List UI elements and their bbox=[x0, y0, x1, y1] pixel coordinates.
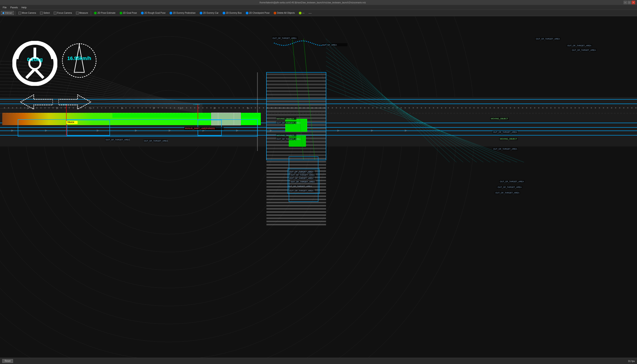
menubar: File Panels Help bbox=[0, 5, 637, 10]
interact-icon bbox=[3, 12, 4, 14]
goal-pose-button[interactable]: 2D Goal Pose bbox=[118, 11, 139, 15]
out-target-label-8: OUT_OF_TARGET_AREA bbox=[495, 192, 520, 194]
steering-wheel-svg bbox=[12, 41, 57, 86]
pose-estimate-icon bbox=[94, 12, 97, 14]
measure-checkbox bbox=[76, 12, 79, 14]
more-button[interactable]: — bbox=[297, 11, 306, 15]
out-target-label-7: OUT_OF_TARGET_AREA bbox=[497, 186, 522, 188]
extra-icon: — bbox=[308, 11, 312, 15]
out-target-label-6: OUT_OF_TARGET_AREA bbox=[499, 180, 524, 183]
titlebar-title: /home/takeshi@pfin-avita.co/v0.46.9j/nav… bbox=[2, 1, 623, 4]
pose-estimate-button[interactable]: 2D Pose Estimate bbox=[93, 11, 117, 15]
fps-counter: 31 fps bbox=[628, 360, 635, 362]
extra-button[interactable]: — bbox=[307, 10, 313, 16]
select-checkbox bbox=[40, 12, 43, 14]
rough-goal-icon bbox=[141, 12, 144, 14]
svg-marker-8 bbox=[20, 95, 53, 109]
select-button[interactable]: Select bbox=[39, 11, 51, 15]
moving-object-label-1: MOVING_OBJECT bbox=[490, 117, 509, 120]
dummy-pedestrian-icon bbox=[170, 12, 172, 14]
viewport[interactable]: 0.2deg 16.95km/h OUT_OF_TARGET_AREA OUT_… bbox=[0, 16, 637, 358]
dummy-car-icon bbox=[200, 12, 202, 14]
speed-display: 16.95km/h bbox=[60, 56, 99, 61]
statusbar: Reset 31 fps bbox=[0, 358, 637, 364]
rough-goal-button[interactable]: 2D Rough Goal Pose bbox=[139, 11, 167, 15]
measure-button[interactable]: Measure bbox=[75, 11, 90, 15]
out-target-label-5: OUT_OF_TARGET_AREA bbox=[492, 148, 518, 150]
speed-gauge-widget: 16.95km/h bbox=[60, 41, 99, 80]
steering-angle-display: 0.2deg bbox=[12, 56, 57, 62]
menu-panels[interactable]: Panels bbox=[9, 6, 20, 9]
svg-line-3 bbox=[26, 69, 35, 78]
delete-all-button[interactable]: Delete All Objects bbox=[272, 11, 296, 15]
titlebar: /home/takeshi@pfin-avita.co/v0.46.9j/nav… bbox=[0, 0, 637, 5]
more-icon bbox=[299, 12, 302, 14]
steering-wheel-widget: 0.2deg bbox=[12, 41, 57, 86]
truck-label: TRUCK bbox=[66, 121, 75, 124]
invalid-shift-label: INVALID_SHIFT_LINE(PARKED) bbox=[184, 127, 216, 130]
toolbar: Interact Move Camera Select Focus Camera… bbox=[0, 10, 637, 16]
out-target-label-3: OUT_OF_TARGET_AREA bbox=[571, 49, 596, 52]
checkpoint-pose-button[interactable]: 2D Checkpoint Pose bbox=[244, 11, 271, 15]
focus-checkbox bbox=[54, 12, 57, 14]
toolbar-separator bbox=[15, 11, 16, 15]
out-target-label-4: OUT_OF_TARGET_AREA bbox=[492, 131, 518, 134]
turn-right-arrow bbox=[59, 92, 91, 112]
out-target-label-2: OUT_OF_TARGET_AREA bbox=[567, 44, 592, 47]
goal-pose-icon bbox=[120, 12, 122, 14]
menu-file[interactable]: File bbox=[1, 6, 9, 9]
turn-left-arrow bbox=[20, 92, 53, 112]
reset-button[interactable]: Reset bbox=[2, 359, 13, 363]
close-button[interactable]: ✕ bbox=[631, 1, 635, 4]
delete-all-icon bbox=[274, 12, 276, 14]
out-target-label-1: OUT_OF_TARGET_AREA bbox=[535, 38, 560, 40]
maximize-button[interactable]: □ bbox=[627, 1, 631, 4]
minimize-button[interactable]: ─ bbox=[623, 1, 627, 4]
interact-button[interactable]: Interact bbox=[1, 11, 14, 15]
window-controls: ─ □ ✕ bbox=[623, 1, 635, 4]
dummy-bus-icon bbox=[223, 12, 225, 14]
toolbar-separator-2 bbox=[91, 11, 91, 15]
moving-object-label-2: MOVING_OBJECT bbox=[499, 138, 518, 140]
svg-marker-9 bbox=[59, 95, 91, 109]
svg-line-4 bbox=[35, 69, 44, 78]
dummy-pedestrian-button[interactable]: 2D Dummy Pedestrian bbox=[168, 11, 197, 15]
checkpoint-pose-icon bbox=[246, 12, 248, 14]
focus-camera-button[interactable]: Focus Camera bbox=[52, 11, 74, 15]
dummy-car-button[interactable]: 2D Dummy Car bbox=[198, 11, 220, 15]
move-camera-button[interactable]: Move Camera bbox=[17, 11, 38, 15]
menu-help[interactable]: Help bbox=[20, 6, 28, 9]
move-camera-checkbox bbox=[19, 12, 21, 14]
dummy-bus-button[interactable]: 2D Dummy Bus bbox=[221, 11, 243, 15]
